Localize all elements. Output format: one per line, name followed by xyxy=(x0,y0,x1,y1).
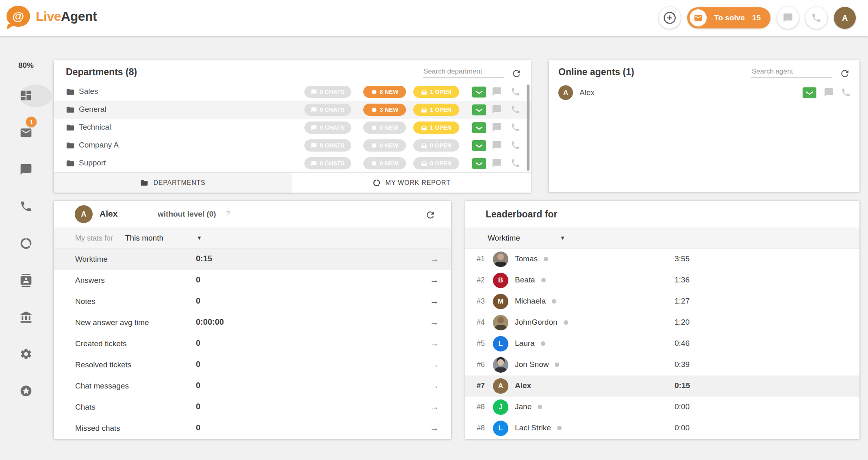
sidebar-item-settings[interactable] xyxy=(0,342,52,366)
add-button[interactable] xyxy=(659,7,681,29)
arrow-right-icon[interactable]: → xyxy=(430,380,439,391)
department-row[interactable]: General 0 CHATS 3 NEW 1 OPEN xyxy=(54,101,531,119)
department-call-button[interactable] xyxy=(510,122,521,134)
new-ticket-button[interactable] xyxy=(472,158,486,169)
new-ticket-button[interactable] xyxy=(472,122,486,133)
department-chat-button[interactable] xyxy=(492,122,502,134)
department-chat-button[interactable] xyxy=(492,87,502,98)
leaderboard-row[interactable]: #2 B Beata 1:36 xyxy=(465,270,859,291)
arrow-right-icon[interactable]: → xyxy=(430,401,439,412)
level-help-icon[interactable]: ? xyxy=(226,210,230,218)
department-row[interactable]: Sales 0 CHATS 8 NEW 1 OPEN xyxy=(54,83,531,101)
refresh-departments-button[interactable] xyxy=(510,67,523,82)
arrow-right-icon[interactable]: → xyxy=(430,254,439,264)
calls-button[interactable] xyxy=(805,7,827,29)
chats-badge[interactable]: 0 CHATS xyxy=(304,122,351,134)
department-call-button[interactable] xyxy=(510,158,521,169)
arrow-right-icon[interactable]: → xyxy=(430,317,439,328)
arrow-right-icon[interactable]: → xyxy=(430,296,439,306)
sidebar-item-tickets[interactable]: 1 xyxy=(0,121,52,145)
refresh-stats-button[interactable] xyxy=(423,208,437,223)
sidebar-item-dashboard[interactable] xyxy=(0,84,52,107)
chats-badge[interactable]: 0 CHATS xyxy=(304,157,351,169)
new-tickets-badge[interactable]: 0 NEW xyxy=(363,157,406,169)
leaderboard-row[interactable]: #1 Tomas 3:55 xyxy=(465,249,859,270)
chats-badge[interactable]: 0 CHATS xyxy=(304,139,351,152)
new-ticket-button[interactable] xyxy=(472,87,486,98)
stat-row[interactable]: Missed chats 0 → xyxy=(54,418,451,439)
new-tickets-badge[interactable]: 0 NEW xyxy=(363,122,406,134)
department-chat-button[interactable] xyxy=(492,158,502,169)
department-call-button[interactable] xyxy=(510,104,521,116)
agent-name: Jon Snow xyxy=(515,360,559,369)
stat-row[interactable]: New answer avg time 0:00:00 → xyxy=(54,312,451,333)
leaderboard-row[interactable]: #5 L Laura 0:46 xyxy=(465,333,859,354)
sidebar-item-calls[interactable] xyxy=(0,195,52,218)
tab-my-work-report[interactable]: MY WORK REPORT xyxy=(292,173,531,193)
stat-row[interactable]: Created tickets 0 → xyxy=(54,333,451,354)
stat-row[interactable]: Chat messages 0 → xyxy=(54,375,451,397)
department-call-button[interactable] xyxy=(510,140,521,152)
stat-row[interactable]: Resolved tickets 0 → xyxy=(54,354,451,375)
refresh-agents-button[interactable] xyxy=(838,67,852,82)
new-tickets-badge[interactable]: 3 NEW xyxy=(363,104,406,116)
online-agent-row[interactable]: A Alex xyxy=(549,85,859,102)
tab-departments[interactable]: DEPARTMENTS xyxy=(54,173,292,193)
new-tickets-badge[interactable]: 0 NEW xyxy=(363,139,406,152)
sidebar-item-academy[interactable] xyxy=(0,306,52,329)
department-row[interactable]: Technical 0 CHATS 0 NEW 1 OPEN xyxy=(54,119,531,137)
new-tickets-badge[interactable]: 8 NEW xyxy=(363,86,406,98)
chats-button[interactable] xyxy=(777,7,799,29)
stats-period-select[interactable]: This month xyxy=(125,234,163,243)
leaderboard-row[interactable]: #8 L Laci Strike 0:00 xyxy=(465,418,859,439)
leaderboard-row[interactable]: #8 J Jane 0:00 xyxy=(465,397,859,418)
stat-row[interactable]: Answers 0 → xyxy=(54,270,451,291)
arrow-right-icon[interactable]: → xyxy=(430,338,439,349)
to-solve-button[interactable]: To solve 15 xyxy=(687,7,770,28)
departments-scrollbar[interactable] xyxy=(527,85,529,171)
open-tickets-badge[interactable]: 1 OPEN xyxy=(413,86,459,98)
chat-agent-button[interactable] xyxy=(824,87,834,99)
agent-avatar: M xyxy=(493,294,508,309)
open-tickets-badge[interactable]: 1 OPEN xyxy=(413,104,459,116)
rank: #7 xyxy=(477,382,485,390)
department-call-button[interactable] xyxy=(510,87,521,98)
leaderboard-metric-select[interactable]: Worktime xyxy=(488,234,520,243)
chats-badge[interactable]: 0 CHATS xyxy=(304,86,351,98)
sidebar-item-chats[interactable] xyxy=(0,158,52,181)
sidebar-item-gamification[interactable] xyxy=(0,379,52,403)
leaderboard-row[interactable]: #3 M Michaela 1:27 xyxy=(465,291,859,312)
stat-value: 0 xyxy=(196,423,200,432)
profile-avatar[interactable]: A xyxy=(834,7,856,29)
department-row[interactable]: Company A 0 CHATS 0 NEW 0 OPEN xyxy=(54,137,531,154)
chats-badge[interactable]: 0 CHATS xyxy=(304,104,351,116)
search-department-input[interactable] xyxy=(423,66,504,78)
sidebar-item-reports[interactable] xyxy=(0,232,52,255)
stat-row[interactable]: Chats 0 → xyxy=(54,397,451,418)
search-agent-input[interactable] xyxy=(751,66,832,78)
sidebar-item-customers[interactable] xyxy=(0,269,52,292)
call-agent-button[interactable] xyxy=(841,87,851,99)
department-chat-button[interactable] xyxy=(492,140,502,152)
ticket-agent-button[interactable] xyxy=(803,87,816,98)
open-tickets-badge[interactable]: 1 OPEN xyxy=(413,122,459,134)
stat-row[interactable]: Worktime 0:15 → xyxy=(54,249,451,270)
liveagent-logo[interactable]: @ LiveAgent xyxy=(7,6,97,27)
arrow-right-icon[interactable]: → xyxy=(430,275,439,285)
department-chat-button[interactable] xyxy=(492,104,502,116)
open-tickets-badge[interactable]: 0 OPEN xyxy=(413,157,459,169)
new-ticket-button[interactable] xyxy=(472,104,486,115)
chat-bubble-icon xyxy=(492,140,502,150)
arrow-right-icon[interactable]: → xyxy=(430,359,439,370)
chevron-down-icon[interactable]: ▼ xyxy=(197,235,202,241)
leaderboard-row[interactable]: #4 JohnGordon 1:20 xyxy=(465,312,859,333)
department-row[interactable]: Support 0 CHATS 0 NEW 0 OPEN xyxy=(54,154,531,172)
new-ticket-button[interactable] xyxy=(472,140,486,151)
leaderboard-list: #1 Tomas 3:55 #2 B Beata 1:36 #3 M Micha… xyxy=(465,249,859,439)
chevron-down-icon[interactable]: ▼ xyxy=(560,235,565,241)
stat-row[interactable]: Notes 0 → xyxy=(54,291,451,312)
leaderboard-row-current-user[interactable]: #7 A Alex 0:15 xyxy=(465,375,859,397)
leaderboard-row[interactable]: #6 Jon Snow 0:39 xyxy=(465,354,859,375)
arrow-right-icon[interactable]: → xyxy=(430,423,439,433)
open-tickets-badge[interactable]: 0 OPEN xyxy=(413,139,459,152)
